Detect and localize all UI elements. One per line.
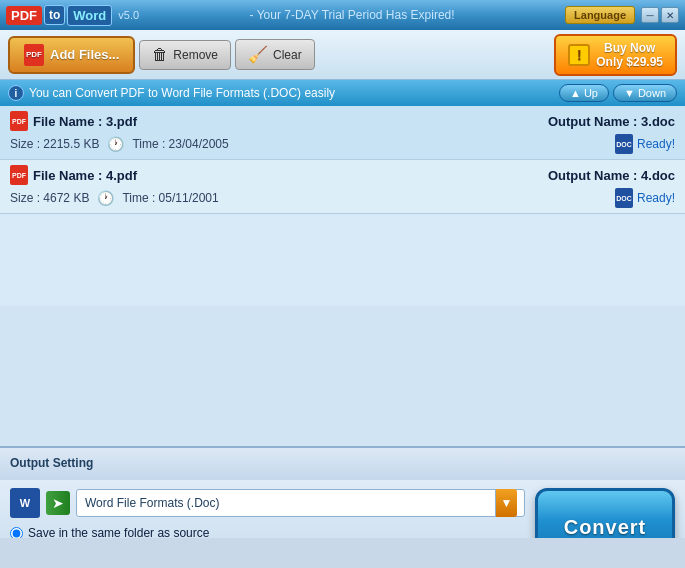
logo-version: v5.0 (118, 9, 139, 21)
file-details-1: Size : 2215.5 KB 🕐 Time : 23/04/2005 (10, 136, 229, 152)
select-dropdown-arrow[interactable]: ▼ (495, 489, 517, 517)
pdf-icon: PDF (24, 44, 44, 66)
logo-word: Word (67, 5, 112, 26)
output-name-2: Output Name : 4.doc (548, 168, 675, 183)
table-row[interactable]: PDF File Name : 4.pdf Output Name : 4.do… (0, 160, 685, 214)
broom-icon: 🧹 (248, 45, 268, 64)
toolbar: PDF Add Files... 🗑 Remove 🧹 Clear ! Buy … (0, 30, 685, 80)
format-select[interactable]: Word File Formats (.Doc) ▼ (76, 489, 525, 517)
output-setting-title: Output Setting (10, 456, 675, 470)
trash-icon: 🗑 (152, 46, 168, 64)
save-same-folder-label: Save in the same folder as source (28, 526, 209, 538)
title-bar: PDF to Word v5.0 - Your 7-DAY Trial Peri… (0, 0, 685, 30)
app-logo: PDF to Word v5.0 (6, 5, 139, 26)
trial-message: - Your 7-DAY Trial Period Has Expired! (145, 8, 559, 22)
buy-now-button[interactable]: ! Buy Now Only $29.95 (554, 34, 677, 76)
bottom-row: W ➤ Word File Formats (.Doc) ▼ Save in t… (0, 480, 685, 538)
buy-now-text: Buy Now Only $29.95 (596, 41, 663, 69)
pdf-file-icon: PDF (10, 111, 28, 131)
file-name-2: PDF File Name : 4.pdf (10, 165, 137, 185)
logo-to: to (44, 5, 65, 25)
empty-drop-area (0, 306, 685, 446)
word-doc-icon: DOC (615, 188, 633, 208)
save-same-folder-radio[interactable] (10, 527, 23, 539)
word-doc-icon: DOC (615, 134, 633, 154)
convert-button[interactable]: Convert (535, 488, 675, 538)
down-button[interactable]: ▼ Down (613, 84, 677, 102)
window-controls: ─ ✕ (641, 7, 679, 23)
logo-pdf: PDF (6, 6, 42, 25)
clock-icon: 🕐 (107, 136, 124, 152)
file-area: PDF File Name : 3.pdf Output Name : 3.do… (0, 106, 685, 538)
up-button[interactable]: ▲ Up (559, 84, 609, 102)
output-left: W ➤ Word File Formats (.Doc) ▼ Save in t… (10, 488, 525, 538)
info-text-container: i You can Convert PDF to Word File Forma… (8, 85, 335, 101)
info-icon: i (8, 85, 24, 101)
output-name-1: Output Name : 3.doc (548, 114, 675, 129)
save-same-folder-row: Save in the same folder as source (10, 526, 525, 538)
ready-status-2: DOC Ready! (615, 188, 675, 208)
table-row[interactable]: PDF File Name : 3.pdf Output Name : 3.do… (0, 106, 685, 160)
ready-status-1: DOC Ready! (615, 134, 675, 154)
pdf-file-icon: PDF (10, 165, 28, 185)
info-message: You can Convert PDF to Word File Formats… (29, 86, 335, 100)
add-files-label: Add Files... (50, 47, 119, 62)
clear-button[interactable]: 🧹 Clear (235, 39, 315, 70)
convert-arrow-icon: ➤ (46, 491, 70, 515)
format-row: W ➤ Word File Formats (.Doc) ▼ (10, 488, 525, 518)
file-list: PDF File Name : 3.pdf Output Name : 3.do… (0, 106, 685, 306)
remove-button[interactable]: 🗑 Remove (139, 40, 231, 70)
add-files-button[interactable]: PDF Add Files... (8, 36, 135, 74)
clear-label: Clear (273, 48, 302, 62)
minimize-button[interactable]: ─ (641, 7, 659, 23)
output-setting-panel: Output Setting (0, 446, 685, 480)
file-details-2: Size : 4672 KB 🕐 Time : 05/11/2001 (10, 190, 219, 206)
clock-icon: 🕐 (97, 190, 114, 206)
close-button[interactable]: ✕ (661, 7, 679, 23)
nav-buttons: ▲ Up ▼ Down (559, 84, 677, 102)
word-format-icon: W (10, 488, 40, 518)
remove-label: Remove (173, 48, 218, 62)
language-button[interactable]: Language (565, 6, 635, 24)
info-bar: i You can Convert PDF to Word File Forma… (0, 80, 685, 106)
file-name-1: PDF File Name : 3.pdf (10, 111, 137, 131)
warning-icon: ! (568, 44, 590, 66)
